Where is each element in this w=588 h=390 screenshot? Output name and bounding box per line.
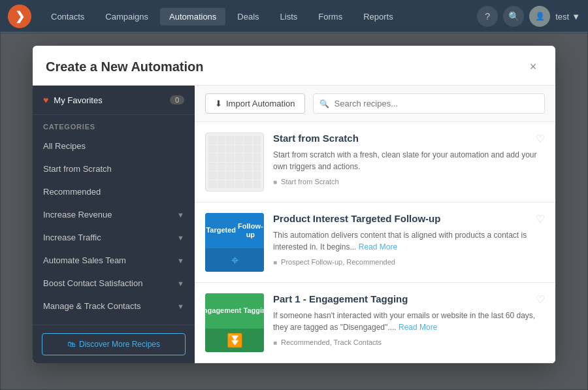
avatar[interactable]: 👤	[529, 6, 550, 27]
thumb-line2: Follow-up	[238, 222, 263, 239]
grid-cell	[253, 154, 261, 162]
sidebar-item-start-from-scratch[interactable]: Start from Scratch	[33, 157, 195, 180]
grid-cell	[218, 136, 226, 144]
search-input[interactable]	[313, 93, 546, 114]
grid-cell	[226, 154, 235, 162]
thumb-line2: Tagging	[244, 306, 264, 315]
nav-lists[interactable]: Lists	[271, 8, 307, 25]
user-menu[interactable]: test ▼	[555, 12, 580, 22]
grid-cell	[235, 145, 244, 154]
grid-cell	[235, 163, 244, 171]
sidebar-item-all-recipes[interactable]: All Recipes	[33, 135, 195, 157]
recipe-info-header: Product Interest Targeted Follow-up ♡	[273, 213, 545, 225]
favorite-button[interactable]: ♡	[536, 213, 545, 225]
thumb-label: Engagement Tagging	[205, 293, 264, 329]
grid-cell	[244, 163, 252, 171]
recipe-list: Start from Scratch ♡ Start from scratch …	[195, 122, 555, 363]
sidebar-label: Recommended	[43, 187, 101, 197]
search-box: 🔍	[313, 93, 546, 114]
nav-right: ? 🔍 👤 test ▼	[477, 6, 580, 27]
grid-cell	[208, 171, 217, 180]
modal-main: ⬇ Import Automation 🔍	[195, 86, 555, 363]
chevron-down-icon: ▼	[177, 211, 184, 219]
sidebar-label: Increase Traffic	[43, 233, 101, 242]
grid-cell	[208, 136, 217, 144]
grid-cell	[226, 145, 235, 154]
username-label: test	[555, 12, 569, 22]
scratch-grid	[206, 133, 263, 191]
favorite-button[interactable]: ♡	[536, 133, 545, 145]
target-icon: ⌖	[231, 253, 238, 268]
recipe-tag-text: Start from Scratch	[281, 178, 339, 186]
grid-cell	[218, 145, 226, 154]
read-more-link[interactable]: Read More	[399, 323, 437, 332]
sidebar-label: Boost Contact Satisfaction	[43, 278, 142, 288]
grid-cell	[235, 154, 244, 162]
nav-forms[interactable]: Forms	[309, 8, 351, 25]
grid-cell	[218, 163, 226, 171]
search-icon: 🔍	[319, 99, 329, 108]
discover-btn-label: Discover More Recipes	[79, 340, 160, 349]
my-favorites-item[interactable]: ♥ My Favorites 0	[33, 86, 195, 115]
nav-automations[interactable]: Automations	[160, 8, 225, 25]
read-more-link[interactable]: Read More	[359, 242, 397, 252]
favorite-button[interactable]: ♡	[536, 293, 545, 306]
recipe-description: If someone hasn't interacted with your e…	[273, 310, 545, 333]
grid-cell	[226, 163, 235, 171]
app-logo[interactable]: ❯	[8, 5, 31, 28]
nav-contacts[interactable]: Contacts	[42, 8, 93, 25]
favorites-count: 0	[170, 95, 184, 105]
grid-cell	[218, 180, 226, 189]
recipe-name: Product Interest Targeted Follow-up	[273, 213, 440, 224]
recipe-info-header: Start from Scratch ♡	[273, 133, 545, 145]
sidebar-item-boost-satisfaction[interactable]: Boost Contact Satisfaction ▼	[33, 272, 195, 295]
recipe-description: Start from scratch with a fresh, clean s…	[273, 149, 545, 172]
recipe-thumbnail	[205, 133, 264, 191]
nav-reports[interactable]: Reports	[354, 8, 402, 25]
sidebar-label: Automate Sales Team	[43, 255, 126, 265]
help-icon[interactable]: ?	[477, 6, 498, 27]
discover-more-button[interactable]: 🛍 Discover More Recipes	[42, 333, 186, 355]
grid-cell	[253, 163, 261, 171]
thumb-label: Targeted Follow-up	[205, 213, 264, 248]
nav-deals[interactable]: Deals	[228, 8, 268, 25]
recipe-tag-text: Recommended, Track Contacts	[281, 338, 382, 346]
recipe-info: Start from Scratch ♡ Start from scratch …	[273, 133, 545, 186]
recipe-info-header: Part 1 - Engagement Tagging ♡	[273, 293, 545, 306]
grid-cell	[226, 136, 235, 144]
close-button[interactable]: ×	[524, 57, 542, 76]
sidebar-item-automate-sales[interactable]: Automate Sales Team ▼	[33, 249, 195, 272]
grid-cell	[253, 145, 261, 154]
recipe-thumbnail: Targeted Follow-up ⌖	[205, 213, 264, 272]
recipe-info: Product Interest Targeted Follow-up ♡ Th…	[273, 213, 545, 266]
sidebar-label: Manage & Track Contacts	[43, 301, 141, 311]
sidebar-label: Increase Revenue	[43, 210, 112, 219]
recipe-tags: ■ Prospect Follow-up, Recommended	[273, 258, 545, 266]
user-chevron-icon: ▼	[572, 12, 580, 22]
top-nav: ❯ Contacts Campaigns Automations Deals L…	[0, 0, 588, 33]
nav-campaigns[interactable]: Campaigns	[96, 8, 157, 25]
grid-cell	[218, 154, 226, 162]
sidebar-item-increase-revenue[interactable]: Increase Revenue ▼	[33, 203, 195, 226]
recipe-card: Targeted Follow-up ⌖ Product Interest Ta…	[195, 203, 555, 283]
grid-cell	[218, 171, 226, 180]
nav-links: Contacts Campaigns Automations Deals Lis…	[42, 8, 477, 25]
grid-cell	[235, 136, 244, 144]
sidebar-label: Start from Scratch	[43, 164, 112, 174]
sidebar-item-increase-traffic[interactable]: Increase Traffic ▼	[33, 226, 195, 249]
sidebar-footer: 🛍 Discover More Recipes	[33, 325, 195, 363]
sidebar-item-recommended[interactable]: Recommended	[33, 180, 195, 203]
favorites-label: My Favorites	[54, 95, 170, 105]
thumb-line1: Targeted	[206, 226, 236, 235]
import-automation-button[interactable]: ⬇ Import Automation	[205, 93, 305, 114]
recipe-info: Part 1 - Engagement Tagging ♡ If someone…	[273, 293, 545, 346]
sidebar-item-manage-contacts[interactable]: Manage & Track Contacts ▼	[33, 295, 195, 317]
recipe-description: This automation delivers content that is…	[273, 229, 545, 253]
recipe-tags: ■ Start from Scratch	[273, 178, 545, 186]
import-btn-label: Import Automation	[226, 99, 295, 108]
chevron-down-icon: ▼	[177, 234, 184, 242]
grid-cell	[226, 180, 235, 189]
search-icon[interactable]: 🔍	[503, 6, 524, 27]
tag-icon: ■	[273, 339, 277, 346]
sidebar-label: All Recipes	[43, 141, 86, 151]
